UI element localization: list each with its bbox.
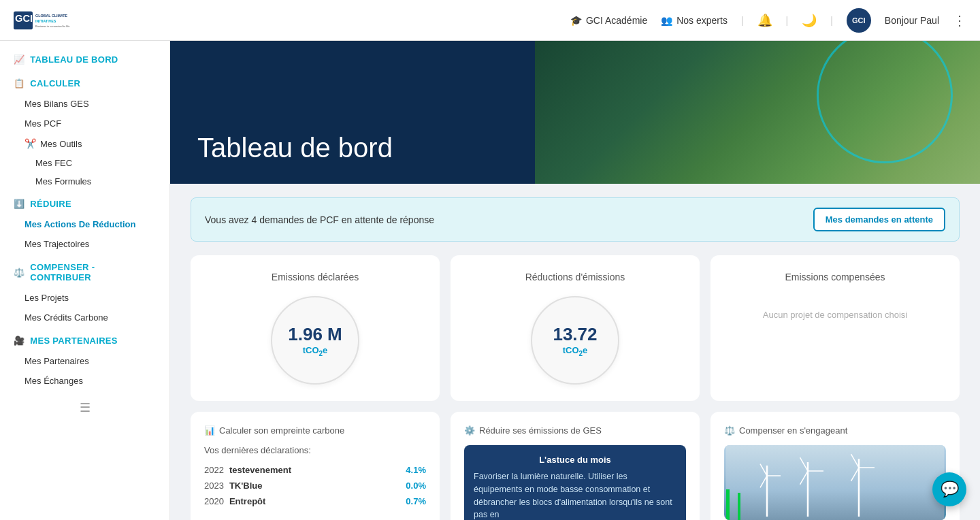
sidebar-section-partenaires: 🎥 MES PARTENAIRES Mes Partenaires Mes Éc… bbox=[0, 330, 169, 391]
sidebar-reduire-label: RÉDUIRE bbox=[30, 199, 71, 209]
sidebar-compenser-label: COMPENSER - CONTRIBUER bbox=[30, 262, 156, 282]
metrics-row: Emissions déclarées 1.96 M tCO2e Réducti… bbox=[191, 255, 960, 401]
metric-reductions-circle: 13.72 tCO2e bbox=[531, 296, 619, 385]
sidebar-item-pcf[interactable]: Mes PCF bbox=[0, 114, 169, 133]
metric-card-reductions: Réductions d'émissions 13.72 tCO2e bbox=[451, 255, 700, 401]
notification-button[interactable]: Mes demandes en attente bbox=[813, 208, 945, 231]
logo: GCI GLOBAL CLIMATE INITIATIVES Business … bbox=[14, 7, 95, 34]
moon-icon[interactable]: 🌙 bbox=[802, 13, 817, 28]
svg-text:INITIATIVES: INITIATIVES bbox=[35, 18, 56, 22]
sidebar-item-outils[interactable]: ✂️ Mes Outils bbox=[0, 133, 169, 154]
dashboard-body: Vous avez 4 demandes de PCF en attente d… bbox=[170, 184, 980, 520]
sidebar: 📈 TABLEAU DE BORD 📋 CALCULER Mes Bilans … bbox=[0, 41, 170, 520]
fec-label: Mes FEC bbox=[35, 158, 72, 168]
declaration-row-1: 2023 TK'Blue 0.0% bbox=[204, 478, 426, 493]
action-card-reduire: ⚙️ Réduire ses émissions de GES L'astuce… bbox=[451, 412, 700, 520]
action-card-calculer: 📊 Calculer son empreinte carbone Vos der… bbox=[191, 412, 440, 520]
compensate-image bbox=[724, 445, 946, 520]
calculer-card-label: Calculer son empreinte carbone bbox=[219, 425, 344, 436]
metric-reductions-unit: tCO2e bbox=[563, 345, 588, 357]
hero-section: Tableau de bord bbox=[170, 41, 980, 184]
projets-label: Les Projets bbox=[24, 293, 69, 303]
reduire-icon: ⬇️ bbox=[14, 199, 24, 209]
greeting-label: Bonjour Paul bbox=[885, 15, 939, 26]
decl-name-2: Entrepôt bbox=[229, 496, 406, 506]
action-card-compenser: ⚖️ Compenser en s'engageant bbox=[710, 412, 960, 520]
notification-text: Vous avez 4 demandes de PCF en attente d… bbox=[205, 214, 434, 225]
reduire-card-label: Réduire ses émissions de GES bbox=[479, 425, 602, 436]
svg-text:Business is connected to life: Business is connected to life bbox=[35, 25, 70, 28]
sidebar-item-trajectoires[interactable]: Mes Trajectoires bbox=[0, 234, 169, 254]
metric-reductions-title: Réductions d'émissions bbox=[525, 272, 625, 282]
sidebar-dashboard-label: TABLEAU DE BORD bbox=[30, 54, 118, 65]
metric-compensations-title: Emissions compensées bbox=[785, 272, 885, 282]
decl-year-0: 2022 bbox=[204, 465, 224, 475]
academy-icon: 🎓 bbox=[570, 15, 582, 26]
notification-bar: Vous avez 4 demandes de PCF en attente d… bbox=[191, 197, 960, 242]
decl-name-0: testevenement bbox=[229, 465, 406, 475]
outils-icon: ✂️ bbox=[24, 138, 36, 149]
nav-divider-3: | bbox=[830, 15, 833, 26]
decl-name-1: TK'Blue bbox=[229, 481, 406, 491]
sidebar-partenaires-label: MES PARTENAIRES bbox=[30, 336, 118, 346]
sidebar-item-partenaires[interactable]: Mes Partenaires bbox=[0, 351, 169, 371]
more-icon[interactable]: ⋮ bbox=[953, 12, 966, 29]
calculer-card-icon: 📊 bbox=[204, 425, 215, 436]
echanges-label: Mes Échanges bbox=[24, 376, 83, 386]
bilans-ges-label: Mes Bilans GES bbox=[24, 99, 89, 109]
experts-label: Nos experts bbox=[676, 15, 728, 26]
bell-icon[interactable]: 🔔 bbox=[757, 13, 772, 28]
sidebar-section-compenser: ⚖️ COMPENSER - CONTRIBUER Les Projets Me… bbox=[0, 257, 169, 327]
experts-link[interactable]: 👥 Nos experts bbox=[661, 15, 728, 26]
action-calculer-title: 📊 Calculer son empreinte carbone bbox=[204, 425, 426, 436]
sidebar-item-tableau-de-bord[interactable]: 📈 TABLEAU DE BORD bbox=[0, 49, 169, 70]
partenaires-label: Mes Partenaires bbox=[24, 356, 89, 366]
compenser-card-label: Compenser en s'engageant bbox=[739, 425, 847, 436]
chat-icon: 💬 bbox=[941, 481, 959, 498]
sidebar-item-reduire[interactable]: ⬇️ RÉDUIRE bbox=[0, 193, 169, 214]
nav-right: 🎓 GCI Académie 👥 Nos experts | 🔔 | 🌙 | G… bbox=[570, 8, 966, 33]
academy-link[interactable]: 🎓 GCI Académie bbox=[570, 15, 647, 26]
sidebar-item-projets[interactable]: Les Projets bbox=[0, 288, 169, 308]
avatar-text: GCI bbox=[852, 16, 866, 25]
declaration-row-0: 2022 testevenement 4.1% bbox=[204, 462, 426, 478]
metric-compensations-empty: Aucun projet de compensation choisi bbox=[749, 296, 921, 334]
pcf-label: Mes PCF bbox=[24, 118, 61, 129]
chat-button[interactable]: 💬 bbox=[932, 472, 966, 506]
sidebar-item-credits[interactable]: Mes Crédits Carbone bbox=[0, 308, 169, 327]
sidebar-section-dashboard: 📈 TABLEAU DE BORD bbox=[0, 49, 169, 70]
sidebar-item-actions-reduction[interactable]: Mes Actions De Réduction bbox=[0, 214, 169, 234]
action-reduire-title: ⚙️ Réduire ses émissions de GES bbox=[464, 425, 686, 436]
action-compenser-title: ⚖️ Compenser en s'engageant bbox=[724, 425, 946, 436]
sidebar-section-reduire: ⬇️ RÉDUIRE Mes Actions De Réduction Mes … bbox=[0, 193, 169, 254]
svg-text:GCI: GCI bbox=[15, 13, 33, 24]
action-cards-row: 📊 Calculer son empreinte carbone Vos der… bbox=[191, 412, 960, 520]
tip-text: Favoriser la lumière naturelle. Utiliser… bbox=[474, 470, 676, 520]
actions-label: Mes Actions De Réduction bbox=[24, 219, 135, 229]
sidebar-item-echanges[interactable]: Mes Échanges bbox=[0, 371, 169, 391]
green-bar bbox=[738, 493, 740, 520]
wind-turbine-svg bbox=[724, 445, 946, 520]
sidebar-item-bilans-ges[interactable]: Mes Bilans GES bbox=[0, 94, 169, 114]
avatar[interactable]: GCI bbox=[847, 8, 871, 33]
declarations-label: Vos dernières déclarations: bbox=[204, 445, 426, 455]
metric-emissions-unit: tCO2e bbox=[303, 345, 328, 357]
metric-emissions-title: Emissions déclarées bbox=[272, 272, 359, 282]
sidebar-item-formules[interactable]: Mes Formules bbox=[0, 172, 169, 191]
svg-rect-18 bbox=[726, 489, 730, 520]
sidebar-item-compenser[interactable]: ⚖️ COMPENSER - CONTRIBUER bbox=[0, 257, 169, 288]
sidebar-item-partenaires-section[interactable]: 🎥 MES PARTENAIRES bbox=[0, 330, 169, 351]
dashboard-icon: 📈 bbox=[14, 54, 24, 65]
reduire-card-icon: ⚙️ bbox=[464, 425, 475, 436]
compenser-icon: ⚖️ bbox=[14, 267, 24, 278]
metric-card-emissions: Emissions déclarées 1.96 M tCO2e bbox=[191, 255, 440, 401]
sidebar-item-calculer[interactable]: 📋 CALCULER bbox=[0, 73, 169, 94]
sidebar-item-fec[interactable]: Mes FEC bbox=[0, 154, 169, 172]
declaration-row-2: 2020 Entrepôt 0.7% bbox=[204, 493, 426, 509]
decl-year-2: 2020 bbox=[204, 496, 224, 506]
sidebar-collapse-button[interactable]: ☰ bbox=[0, 393, 169, 422]
compenser-card-icon: ⚖️ bbox=[724, 425, 735, 436]
decl-pct-2: 0.7% bbox=[406, 496, 426, 506]
sidebar-section-calculer: 📋 CALCULER Mes Bilans GES Mes PCF ✂️ Mes… bbox=[0, 73, 169, 191]
top-nav: GCI GLOBAL CLIMATE INITIATIVES Business … bbox=[0, 0, 980, 41]
